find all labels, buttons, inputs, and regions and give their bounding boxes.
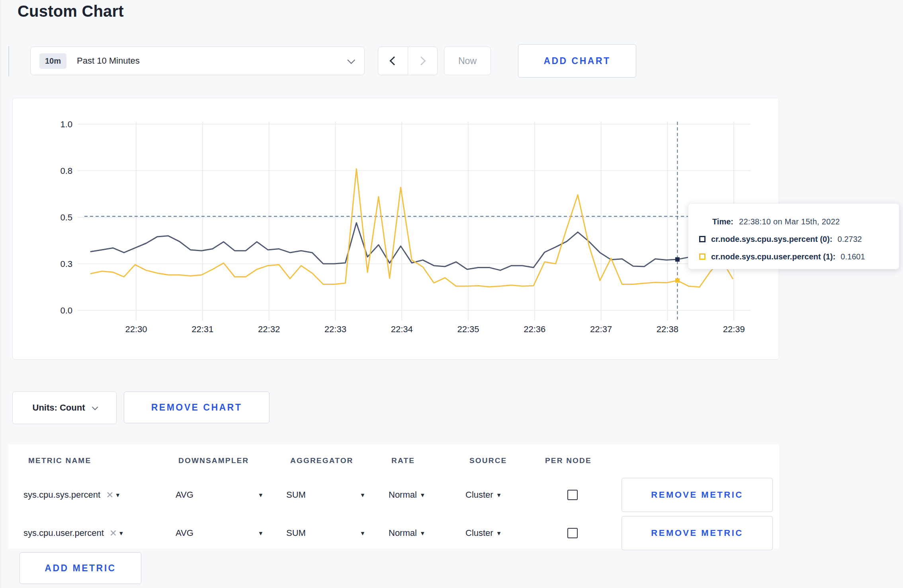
downsampler-value: AVG xyxy=(176,528,194,538)
time-range-badge: 10m xyxy=(39,53,66,69)
metric-name-value: sys.cpu.sys.percent xyxy=(23,490,100,500)
svg-text:22:39: 22:39 xyxy=(723,324,745,334)
caret-down-icon: ▾ xyxy=(497,529,501,537)
svg-text:22:33: 22:33 xyxy=(324,324,346,334)
aggregator-select[interactable]: SUM ▾ xyxy=(286,476,364,514)
page-title: Custom Chart xyxy=(18,2,124,20)
col-header-aggregator: AGGREGATOR xyxy=(290,456,354,465)
downsampler-select[interactable]: AVG ▾ xyxy=(176,514,262,552)
downsampler-select[interactable]: AVG ▾ xyxy=(176,476,262,514)
time-range-select[interactable]: 10m Past 10 Minutes xyxy=(30,47,365,75)
remove-metric-button[interactable]: REMOVE METRIC xyxy=(622,516,773,550)
caret-down-icon: ▾ xyxy=(361,529,364,537)
col-header-downsampler: DOWNSAMPLER xyxy=(178,456,249,465)
svg-text:0.5: 0.5 xyxy=(60,212,72,222)
per-node-checkbox[interactable] xyxy=(567,490,578,500)
svg-text:22:30: 22:30 xyxy=(125,324,147,334)
caret-down-icon: ▾ xyxy=(259,529,262,537)
tooltip-time-label: Time: xyxy=(712,217,733,226)
metric-name-select[interactable]: sys.cpu.user.percent ✕ ▾ xyxy=(23,514,123,552)
source-select[interactable]: Cluster ▾ xyxy=(465,476,500,514)
tooltip-series-name: cr.node.sys.cpu.sys.percent (0): xyxy=(711,235,833,244)
col-header-metric-name: METRIC NAME xyxy=(28,456,91,465)
add-metric-button[interactable]: ADD METRIC xyxy=(20,552,141,584)
add-chart-button[interactable]: ADD CHART xyxy=(518,44,636,78)
svg-text:22:34: 22:34 xyxy=(391,324,413,334)
now-button[interactable]: Now xyxy=(444,47,491,75)
rate-value: Normal xyxy=(389,528,417,538)
sys-series-swatch-icon xyxy=(699,236,706,242)
chevron-down-icon xyxy=(347,56,355,64)
caret-down-icon: ▾ xyxy=(119,529,123,537)
caret-down-icon: ▾ xyxy=(497,491,501,499)
caret-down-icon: ▾ xyxy=(421,491,424,499)
rate-select[interactable]: Normal ▾ xyxy=(389,514,424,552)
svg-text:22:36: 22:36 xyxy=(524,324,545,334)
metric-row: sys.cpu.user.percent ✕ ▾ AVG ▾ SUM ▾ Nor… xyxy=(8,514,779,552)
source-value: Cluster xyxy=(465,490,493,500)
remove-metric-button[interactable]: REMOVE METRIC xyxy=(622,478,773,512)
metrics-table-header: METRIC NAME DOWNSAMPLER AGGREGATOR RATE … xyxy=(8,456,779,472)
svg-text:1.0: 1.0 xyxy=(60,119,72,129)
svg-text:22:38: 22:38 xyxy=(657,324,678,334)
next-time-button[interactable] xyxy=(408,47,438,75)
clear-metric-icon[interactable]: ✕ xyxy=(106,490,113,500)
per-node-cell xyxy=(567,476,578,514)
time-window-nav xyxy=(378,47,438,75)
toolbar-divider xyxy=(8,46,9,76)
metric-row: sys.cpu.sys.percent ✕ ▾ AVG ▾ SUM ▾ Norm… xyxy=(8,476,779,514)
chart-card: 22:3022:3122:3222:3322:3422:3522:3622:37… xyxy=(12,98,779,360)
rate-value: Normal xyxy=(389,490,417,500)
downsampler-value: AVG xyxy=(176,490,194,500)
caret-down-icon: ▾ xyxy=(116,491,119,499)
tooltip-series-name: cr.node.sys.cpu.user.percent (1): xyxy=(711,252,835,261)
chevron-left-icon xyxy=(389,56,399,66)
caret-down-icon: ▾ xyxy=(361,491,364,499)
source-value: Cluster xyxy=(465,528,493,538)
svg-text:22:31: 22:31 xyxy=(192,324,213,334)
tooltip-time-value: 22:38:10 on Mar 15th, 2022 xyxy=(739,217,840,226)
col-header-rate: RATE xyxy=(391,456,415,465)
timeseries-chart[interactable]: 22:3022:3122:3222:3322:3422:3522:3622:37… xyxy=(13,98,780,360)
svg-text:0.8: 0.8 xyxy=(60,166,72,176)
source-select[interactable]: Cluster ▾ xyxy=(465,514,500,552)
tooltip-series-value: 0.1601 xyxy=(840,252,865,261)
aggregator-value: SUM xyxy=(286,490,306,500)
chevron-down-icon xyxy=(92,404,98,410)
rate-select[interactable]: Normal ▾ xyxy=(389,476,424,514)
per-node-checkbox[interactable] xyxy=(567,528,578,538)
chevron-right-icon xyxy=(417,56,426,66)
svg-text:22:37: 22:37 xyxy=(590,324,612,334)
svg-text:22:35: 22:35 xyxy=(457,324,479,334)
units-label: Units: Count xyxy=(33,403,85,413)
svg-text:0.0: 0.0 xyxy=(60,306,72,315)
custom-chart-page: Custom Chart 10m Past 10 Minutes Now ADD… xyxy=(0,0,903,588)
metric-name-select[interactable]: sys.cpu.sys.percent ✕ ▾ xyxy=(23,476,119,514)
caret-down-icon: ▾ xyxy=(421,529,424,537)
clear-metric-icon[interactable]: ✕ xyxy=(109,528,117,539)
col-header-per-node: PER NODE xyxy=(545,456,592,465)
metrics-table: METRIC NAME DOWNSAMPLER AGGREGATOR RATE … xyxy=(8,444,779,549)
chart-tooltip: Time: 22:38:10 on Mar 15th, 2022 cr.node… xyxy=(688,203,899,269)
svg-text:0.3: 0.3 xyxy=(60,259,72,269)
col-header-source: SOURCE xyxy=(469,456,507,465)
svg-text:22:32: 22:32 xyxy=(258,324,280,334)
aggregator-value: SUM xyxy=(286,528,306,538)
caret-down-icon: ▾ xyxy=(259,491,262,499)
remove-chart-button[interactable]: REMOVE CHART xyxy=(124,391,270,423)
tooltip-series-value: 0.2732 xyxy=(838,235,862,244)
user-series-swatch-icon xyxy=(699,253,706,260)
time-range-label: Past 10 Minutes xyxy=(77,56,348,66)
per-node-cell xyxy=(567,514,578,552)
units-select[interactable]: Units: Count xyxy=(12,391,117,424)
prev-time-button[interactable] xyxy=(378,47,408,75)
aggregator-select[interactable]: SUM ▾ xyxy=(286,514,364,552)
metric-name-value: sys.cpu.user.percent xyxy=(23,528,104,538)
